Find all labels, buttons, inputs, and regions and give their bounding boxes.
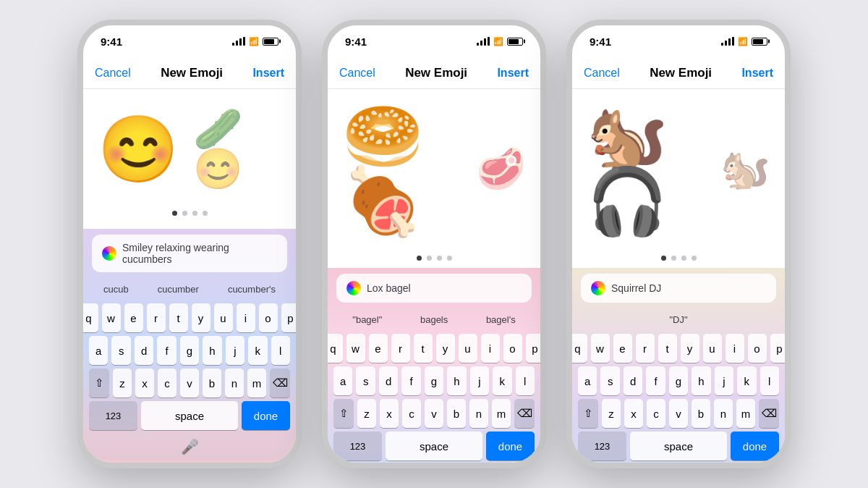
key-n[interactable]: n: [225, 369, 244, 397]
prompt-input-2[interactable]: Lox bagel: [336, 274, 532, 303]
key-q[interactable]: q: [80, 303, 98, 332]
suggestion-1-2[interactable]: cucumber: [152, 281, 205, 298]
key-r[interactable]: r: [147, 303, 166, 332]
delete-key-3[interactable]: ⌫: [759, 399, 779, 428]
suggestion-1-1[interactable]: cucub: [98, 281, 135, 298]
key-c-2[interactable]: c: [402, 399, 421, 428]
space-key-1[interactable]: space: [141, 401, 238, 430]
suggestion-1-3[interactable]: cucumber's: [222, 281, 281, 298]
key-q-2[interactable]: q: [324, 334, 343, 363]
key-g[interactable]: g: [180, 336, 199, 365]
delete-key-2[interactable]: ⌫: [514, 399, 535, 428]
suggestion-3-1[interactable]: "DJ": [663, 311, 693, 328]
key-x-3[interactable]: x: [624, 399, 643, 428]
delete-key-1[interactable]: ⌫: [270, 369, 290, 397]
key-p-2[interactable]: p: [526, 334, 545, 363]
done-key-1[interactable]: done: [242, 401, 290, 430]
shift-key-1[interactable]: ⇧: [89, 369, 109, 397]
insert-button-1[interactable]: Insert: [252, 67, 284, 80]
cancel-button-1[interactable]: Cancel: [95, 67, 131, 80]
suggestion-2-3[interactable]: bagel's: [480, 311, 522, 328]
key-h-2[interactable]: h: [447, 366, 466, 395]
key-n-3[interactable]: n: [714, 399, 733, 428]
key-d[interactable]: d: [135, 336, 153, 365]
key-a[interactable]: a: [89, 336, 108, 365]
key-u-3[interactable]: u: [703, 334, 722, 363]
key-y-3[interactable]: y: [681, 334, 699, 363]
key-h-3[interactable]: h: [692, 366, 710, 395]
key-u-2[interactable]: u: [459, 334, 477, 363]
key-w-2[interactable]: w: [346, 334, 365, 363]
key-i[interactable]: i: [237, 303, 255, 332]
numbers-key-2[interactable]: 123: [333, 432, 382, 460]
key-v-2[interactable]: v: [425, 399, 443, 428]
key-m[interactable]: m: [247, 369, 266, 397]
key-e-3[interactable]: e: [613, 334, 632, 363]
key-v-3[interactable]: v: [669, 399, 688, 428]
key-g-3[interactable]: g: [669, 366, 688, 395]
key-a-2[interactable]: a: [333, 366, 352, 395]
key-o[interactable]: o: [259, 303, 278, 332]
key-b-3[interactable]: b: [692, 399, 710, 428]
key-w[interactable]: w: [102, 303, 121, 332]
done-key-3[interactable]: done: [731, 432, 779, 460]
key-n-2[interactable]: n: [469, 399, 488, 428]
key-d-2[interactable]: d: [379, 366, 398, 395]
key-c[interactable]: c: [158, 369, 176, 397]
key-f-3[interactable]: f: [646, 366, 665, 395]
key-c-3[interactable]: c: [647, 399, 665, 428]
key-j[interactable]: j: [226, 336, 244, 365]
key-t[interactable]: t: [169, 303, 188, 332]
key-s-2[interactable]: s: [356, 366, 375, 395]
key-t-3[interactable]: t: [658, 334, 677, 363]
key-y[interactable]: y: [192, 303, 210, 332]
insert-button-2[interactable]: Insert: [497, 67, 529, 80]
key-a-3[interactable]: a: [578, 366, 597, 395]
key-i-3[interactable]: i: [726, 334, 744, 363]
mic-icon-1[interactable]: 🎤: [181, 438, 199, 455]
key-m-3[interactable]: m: [736, 399, 755, 428]
key-k-3[interactable]: k: [737, 366, 756, 395]
key-z-2[interactable]: z: [357, 399, 376, 428]
key-e-2[interactable]: e: [369, 334, 388, 363]
cancel-button-2[interactable]: Cancel: [339, 67, 375, 80]
key-w-3[interactable]: w: [591, 334, 610, 363]
key-o-3[interactable]: o: [748, 334, 767, 363]
key-q-3[interactable]: q: [569, 334, 587, 363]
key-b-2[interactable]: b: [447, 399, 466, 428]
shift-key-2[interactable]: ⇧: [333, 399, 354, 428]
key-j-3[interactable]: j: [715, 366, 733, 395]
prompt-input-3[interactable]: Squirrel DJ: [581, 274, 776, 303]
key-k[interactable]: k: [248, 336, 267, 365]
key-h[interactable]: h: [203, 336, 221, 365]
numbers-key-3[interactable]: 123: [578, 432, 626, 460]
done-key-2[interactable]: done: [486, 432, 535, 460]
key-m-2[interactable]: m: [492, 399, 511, 428]
insert-button-3[interactable]: Insert: [741, 67, 773, 80]
key-i-2[interactable]: i: [481, 334, 500, 363]
key-z-3[interactable]: z: [602, 399, 621, 428]
key-r-2[interactable]: r: [391, 334, 410, 363]
key-s-3[interactable]: s: [600, 366, 619, 395]
key-e[interactable]: e: [124, 303, 143, 332]
key-d-3[interactable]: d: [624, 366, 642, 395]
space-key-3[interactable]: space: [630, 432, 727, 460]
suggestion-2-2[interactable]: bagels: [414, 311, 454, 328]
key-u[interactable]: u: [214, 303, 233, 332]
suggestion-2-1[interactable]: "bagel": [346, 311, 388, 328]
key-s[interactable]: s: [111, 336, 130, 365]
key-v[interactable]: v: [180, 369, 199, 397]
key-b[interactable]: b: [203, 369, 221, 397]
key-l[interactable]: l: [271, 336, 290, 365]
key-j-2[interactable]: j: [470, 366, 489, 395]
prompt-input-1[interactable]: Smiley relaxing wearing cucumbers: [92, 235, 287, 272]
key-p-3[interactable]: p: [770, 334, 789, 363]
key-g-2[interactable]: g: [425, 366, 443, 395]
key-f[interactable]: f: [157, 336, 176, 365]
key-z[interactable]: z: [113, 369, 132, 397]
shift-key-3[interactable]: ⇧: [578, 399, 598, 428]
numbers-key-1[interactable]: 123: [89, 401, 137, 430]
key-l-2[interactable]: l: [516, 366, 535, 395]
key-r-3[interactable]: r: [636, 334, 655, 363]
cancel-button-3[interactable]: Cancel: [584, 67, 620, 80]
